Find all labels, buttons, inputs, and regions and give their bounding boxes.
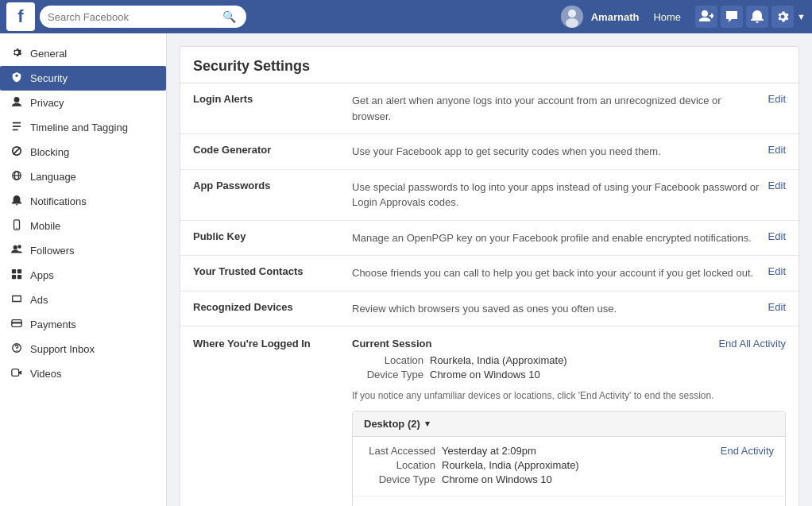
device-key: Device Type bbox=[352, 369, 423, 380]
sidebar-item-videos[interactable]: Videos bbox=[0, 361, 166, 386]
svg-point-22 bbox=[16, 350, 17, 351]
followers-icon bbox=[10, 244, 24, 257]
search-input[interactable] bbox=[48, 11, 222, 23]
svg-rect-3 bbox=[13, 122, 21, 124]
edit-btn-recognized-devices[interactable]: Edit bbox=[768, 301, 786, 313]
loc-val-0: Rourkela, India (Approximate) bbox=[442, 459, 774, 471]
desktop-group-header[interactable]: Desktop (2) ▾ bbox=[353, 411, 785, 437]
facebook-logo: f bbox=[6, 2, 35, 31]
setting-desc-public-key: Manage an OpenPGP key on your Facebook p… bbox=[352, 230, 760, 246]
top-navigation: f 🔍 Amarnath Home bbox=[0, 0, 812, 33]
sidebar-item-general[interactable]: General bbox=[0, 41, 166, 66]
messages-icon[interactable] bbox=[721, 6, 743, 28]
sidebar-label-language: Language bbox=[30, 171, 76, 183]
edit-btn-trusted-contacts[interactable]: Edit bbox=[768, 265, 786, 277]
sidebar-label-privacy: Privacy bbox=[30, 97, 64, 109]
nav-icons: ▼ bbox=[695, 6, 806, 28]
svg-rect-16 bbox=[17, 269, 21, 273]
content-box: Security Settings Login Alerts Get an al… bbox=[180, 46, 799, 506]
session-entries: Last Accessed Yesterday at 2:09pm End Ac… bbox=[353, 437, 785, 506]
sidebar-item-blocking[interactable]: Blocking bbox=[0, 140, 166, 164]
language-icon bbox=[10, 170, 24, 183]
edit-btn-code-generator[interactable]: Edit bbox=[768, 144, 786, 156]
setting-row-app-passwords: App Passwords Use special passwords to l… bbox=[180, 170, 798, 221]
current-session-label: Current Session bbox=[352, 338, 431, 350]
session-dev-0: Device Type Chrome on Windows 10 bbox=[364, 473, 774, 485]
sidebar-label-security: Security bbox=[30, 72, 68, 84]
dev-val-0: Chrome on Windows 10 bbox=[442, 473, 774, 485]
sidebar-item-followers[interactable]: Followers bbox=[0, 238, 166, 263]
settings-icon[interactable] bbox=[771, 6, 794, 28]
setting-row-public-key: Public Key Manage an OpenPGP key on your… bbox=[180, 221, 798, 257]
session-loc-0: Location Rourkela, India (Approximate) bbox=[364, 459, 774, 471]
ads-icon bbox=[10, 293, 24, 307]
sidebar-label-videos: Videos bbox=[30, 368, 62, 380]
session-accessed-0: Last Accessed Yesterday at 2:09pm End Ac… bbox=[364, 445, 774, 457]
blocking-icon bbox=[10, 145, 24, 159]
svg-line-7 bbox=[14, 148, 21, 155]
sidebar-item-support[interactable]: Support Inbox bbox=[0, 337, 166, 361]
end-all-activity-button[interactable]: End All Activity bbox=[718, 338, 786, 350]
location-detail: Location Rourkela, India (Approximate) bbox=[352, 354, 786, 366]
edit-btn-public-key[interactable]: Edit bbox=[768, 230, 786, 242]
setting-label-trusted-contacts: Your Trusted Contacts bbox=[193, 265, 352, 277]
setting-label-public-key: Public Key bbox=[193, 230, 352, 242]
notifications-icon bbox=[10, 195, 24, 208]
privacy-icon bbox=[10, 96, 24, 110]
edit-btn-login-alerts[interactable]: Edit bbox=[768, 93, 786, 105]
videos-icon bbox=[10, 367, 24, 380]
sidebar-item-ads[interactable]: Ads bbox=[0, 288, 166, 312]
page-title: Security Settings bbox=[180, 47, 798, 83]
sidebar-item-language[interactable]: Language bbox=[0, 164, 166, 189]
sidebar-item-notifications[interactable]: Notifications bbox=[0, 189, 166, 214]
search-icon[interactable]: 🔍 bbox=[222, 10, 236, 23]
notifications-icon[interactable] bbox=[746, 6, 768, 28]
svg-rect-4 bbox=[13, 126, 21, 127]
edit-btn-app-passwords[interactable]: Edit bbox=[768, 180, 786, 191]
setting-desc-trusted-contacts: Choose friends you can call to help you … bbox=[352, 265, 760, 281]
setting-row-recognized-devices: Recognized Devices Review which browsers… bbox=[180, 292, 798, 327]
svg-point-14 bbox=[17, 245, 21, 248]
search-bar: 🔍 bbox=[40, 6, 246, 28]
sidebar-item-privacy[interactable]: Privacy bbox=[0, 91, 166, 115]
svg-point-2 bbox=[566, 18, 578, 28]
user-avatar bbox=[561, 6, 583, 28]
svg-rect-15 bbox=[12, 269, 16, 273]
accessed-key-0: Last Accessed bbox=[364, 445, 435, 457]
svg-rect-18 bbox=[17, 275, 21, 279]
sidebar-item-mobile[interactable]: Mobile bbox=[0, 214, 166, 238]
nav-username[interactable]: Amarnath bbox=[591, 11, 640, 23]
end-activity-btn-0[interactable]: End Activity bbox=[721, 445, 774, 457]
desktop-group: Desktop (2) ▾ Last Accessed Yesterday at… bbox=[352, 411, 786, 506]
desktop-dropdown-arrow: ▾ bbox=[425, 419, 430, 429]
svg-rect-20 bbox=[12, 322, 21, 323]
session-entry-1: Last Accessed Yesterday at 2:04pm End Ac… bbox=[353, 496, 785, 506]
sidebar-label-payments: Payments bbox=[30, 319, 76, 330]
logged-in-label: Where You're Logged In bbox=[193, 338, 352, 350]
apps-icon bbox=[10, 268, 24, 282]
session-entry-0: Last Accessed Yesterday at 2:09pm End Ac… bbox=[353, 437, 785, 496]
sidebar-item-payments[interactable]: Payments bbox=[0, 312, 166, 337]
home-link[interactable]: Home bbox=[647, 8, 687, 26]
account-dropdown-arrow[interactable]: ▼ bbox=[797, 12, 806, 21]
setting-row-code-generator: Code Generator Use your Facebook app to … bbox=[180, 134, 798, 170]
setting-desc-app-passwords: Use special passwords to log into your a… bbox=[352, 180, 760, 211]
setting-label-app-passwords: App Passwords bbox=[193, 180, 352, 191]
sidebar-item-security[interactable]: Security bbox=[0, 66, 166, 91]
sidebar-label-mobile: Mobile bbox=[30, 220, 60, 232]
sidebar-item-apps[interactable]: Apps bbox=[0, 263, 166, 288]
svg-point-12 bbox=[16, 228, 17, 229]
main-content: Security Settings Login Alerts Get an al… bbox=[167, 33, 812, 506]
timeline-icon bbox=[10, 121, 24, 134]
device-val: Chrome on Windows 10 bbox=[430, 369, 540, 380]
device-detail: Device Type Chrome on Windows 10 bbox=[352, 369, 786, 380]
session-note: If you notice any unfamiliar devices or … bbox=[352, 388, 786, 403]
friend-requests-icon[interactable] bbox=[695, 6, 717, 28]
desktop-group-label: Desktop (2) bbox=[364, 418, 420, 430]
sidebar-label-followers: Followers bbox=[30, 245, 75, 257]
setting-desc-login-alerts: Get an alert when anyone logs into your … bbox=[352, 93, 760, 124]
sidebar-item-timeline[interactable]: Timeline and Tagging bbox=[0, 115, 166, 140]
location-val: Rourkela, India (Approximate) bbox=[430, 354, 567, 366]
mobile-icon bbox=[10, 219, 24, 233]
svg-point-1 bbox=[568, 10, 576, 17]
